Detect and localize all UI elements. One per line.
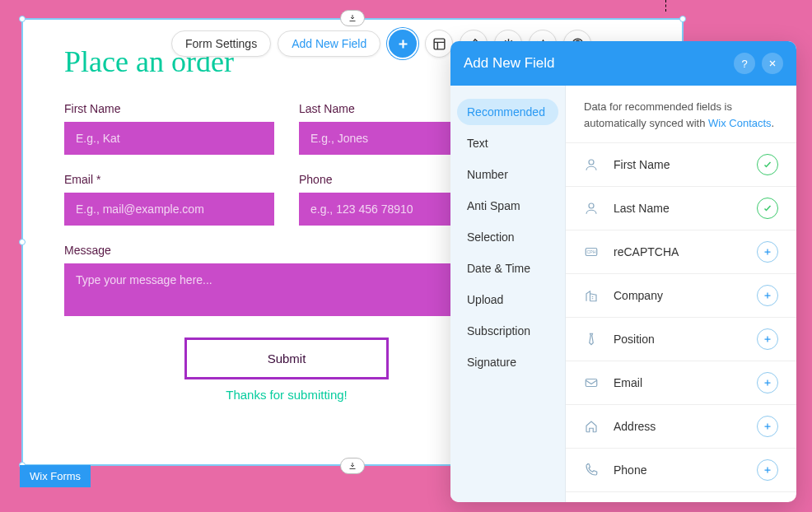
added-indicator	[757, 154, 778, 175]
panel-close-button[interactable]	[762, 53, 783, 74]
category-item[interactable]: Selection	[457, 224, 558, 250]
field-label: Email	[614, 376, 757, 389]
layout-button[interactable]	[425, 30, 453, 58]
svg-point-4	[589, 203, 594, 208]
add-field-button[interactable]	[757, 241, 778, 263]
add-field-panel: Add New Field ? RecommendedTextNumberAnt…	[450, 41, 796, 502]
email-input[interactable]	[64, 193, 274, 226]
added-indicator	[757, 198, 778, 219]
field-label: First Name	[614, 158, 757, 171]
field-option[interactable]: Email	[566, 361, 796, 405]
svg-point-3	[589, 160, 594, 165]
field-label: Position	[614, 333, 757, 346]
person-icon	[584, 157, 602, 172]
first-name-label: First Name	[64, 102, 274, 115]
home-icon	[584, 419, 602, 434]
download-icon	[348, 461, 357, 471]
message-label: Message	[64, 244, 509, 257]
phone-icon	[584, 463, 602, 477]
field-label: Address	[614, 420, 757, 433]
field-option[interactable]: Address	[566, 405, 796, 449]
close-icon	[768, 58, 777, 68]
person-icon	[584, 201, 602, 216]
captcha-icon: CPH	[584, 244, 602, 259]
tie-icon	[584, 332, 602, 347]
panel-title: Add New Field	[464, 55, 727, 72]
building-icon	[584, 288, 602, 303]
category-item[interactable]: Date & Time	[457, 255, 558, 282]
desc-text-b: .	[772, 117, 775, 129]
category-item[interactable]: Recommended	[457, 99, 558, 125]
category-list: RecommendedTextNumberAnti SpamSelectionD…	[450, 86, 566, 502]
field-option[interactable]: 17Birthday	[566, 492, 796, 502]
resize-handle[interactable]	[679, 16, 686, 22]
category-item[interactable]: Upload	[457, 286, 558, 313]
envelope-icon	[584, 375, 602, 390]
add-button[interactable]	[387, 28, 418, 59]
add-field-button[interactable]	[757, 459, 778, 481]
category-item[interactable]: Anti Spam	[457, 193, 558, 219]
category-item[interactable]: Signature	[457, 349, 558, 375]
field-option[interactable]: Company	[566, 274, 796, 318]
svg-rect-0	[434, 39, 445, 49]
add-field-button[interactable]	[757, 372, 778, 393]
panel-header: Add New Field ?	[450, 41, 796, 86]
field-option[interactable]: Position	[566, 318, 796, 361]
add-field-button[interactable]	[757, 328, 778, 350]
field-option[interactable]: Phone	[566, 449, 796, 492]
category-item[interactable]: Subscription	[457, 318, 558, 344]
add-field-button[interactable]	[757, 285, 778, 306]
field-list[interactable]: First NameLast NameCPHreCAPTCHACompanyPo…	[566, 143, 796, 502]
component-badge[interactable]: Wix Forms	[20, 465, 91, 487]
field-option[interactable]: First Name	[566, 143, 796, 187]
ruler-tick	[665, 0, 666, 12]
wix-contacts-link[interactable]: Wix Contacts	[708, 117, 772, 129]
plus-icon	[396, 37, 410, 51]
stretch-handle-bottom[interactable]	[340, 458, 365, 474]
add-new-field-button[interactable]: Add New Field	[278, 30, 380, 57]
email-label: Email *	[64, 173, 274, 186]
svg-rect-7	[586, 379, 597, 387]
form-settings-button[interactable]: Form Settings	[171, 30, 271, 57]
field-option[interactable]: CPHreCAPTCHA	[566, 230, 796, 274]
category-item[interactable]: Text	[457, 130, 558, 156]
panel-description: Data for recommended fields is automatic…	[566, 86, 796, 143]
field-option[interactable]: Last Name	[566, 187, 796, 230]
submit-button[interactable]: Submit	[184, 337, 389, 379]
svg-text:CPH: CPH	[586, 249, 595, 254]
success-message: Thanks for submitting!	[64, 388, 509, 402]
category-item[interactable]: Number	[457, 161, 558, 188]
field-label: Phone	[614, 463, 757, 477]
layout-icon	[432, 37, 446, 51]
field-label: reCAPTCHA	[614, 245, 757, 258]
field-label: Last Name	[614, 202, 757, 215]
panel-help-button[interactable]: ?	[734, 53, 755, 74]
add-field-button[interactable]	[757, 416, 778, 437]
first-name-input[interactable]	[64, 122, 274, 155]
message-input[interactable]	[64, 263, 509, 316]
field-label: Company	[614, 289, 757, 302]
